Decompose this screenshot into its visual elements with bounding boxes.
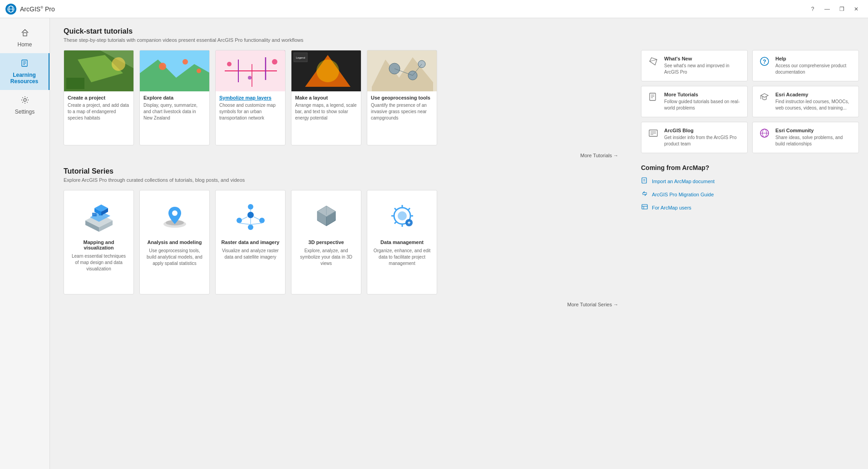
svg-point-50 [172,210,178,216]
tutorial-series-section: Tutorial Series Explore ArcGIS Pro throu… [64,167,618,307]
series-title-mapping: Mapping and visualization [69,239,128,250]
restore-button[interactable]: ❐ [835,3,848,15]
series-card-raster[interactable]: Raster data and imagery Visualize and an… [215,190,286,294]
arcmap-section: Coming from ArcMap? Import an ArcMap doc… [641,164,859,212]
help-icon: ? [758,56,771,69]
series-title-raster: Raster data and imagery [222,239,280,245]
resource-title-community: Esri Community [775,128,853,133]
resource-desc-blog: Get insider info from the ArcGIS Pro pro… [664,135,742,147]
card-body-5: Use geoprocessing tools Quantify the pre… [367,91,437,125]
svg-rect-43 [92,213,97,216]
3d-icon [308,198,345,234]
arcmap-link-users-label: For ArcMap users [652,205,691,210]
series-title: Tutorial Series [64,167,618,175]
card-image-5 [367,50,437,91]
quickstart-section: Quick-start tutorials These step-by-step… [64,27,618,158]
minimize-button[interactable]: — [821,3,833,15]
series-desc-3d: Explore, analyze, and symbolize your dat… [297,248,355,267]
series-card-management[interactable]: Data management Organize, enhance, and e… [367,190,437,294]
sidebar-item-settings[interactable]: Settings [0,90,49,120]
sidebar: Home Learning Resources Settings [0,18,50,469]
svg-rect-3 [23,33,27,36]
migration-icon [641,190,648,199]
resource-desc-esri-academy: Find instructor-led courses, MOOCs, web … [775,99,853,111]
svg-rect-99 [642,178,646,183]
tutorial-card-geoprocessing[interactable]: Use geoprocessing tools Quantify the pre… [367,50,437,145]
svg-rect-12 [66,78,84,89]
tutorial-card-layout[interactable]: Legend Make a layout Arrange maps, a leg… [291,50,361,145]
svg-line-58 [254,217,259,220]
right-panel: What's New See what's new and improved i… [632,18,868,469]
series-card-3d[interactable]: 3D perspective Explore, analyze, and sym… [291,190,361,294]
arcmap-link-migration[interactable]: ArcGIS Pro Migration Guide [641,190,859,199]
svg-point-18 [197,69,201,73]
svg-text:?: ? [763,59,766,65]
series-desc-management: Organize, enhance, and edit data to faci… [373,248,431,267]
svg-point-25 [248,76,252,80]
series-title-analysis: Analysis and modeling [148,239,202,245]
app-icon [5,4,16,15]
whats-new-icon [647,56,660,69]
esri-academy-icon [758,92,771,105]
more-tutorials-link[interactable]: More Tutorials → [64,153,618,158]
resource-title-esri-academy: Esri Academy [775,92,853,97]
resource-card-blog[interactable]: ArcGIS Blog Get insider info from the Ar… [641,122,748,153]
svg-rect-102 [642,205,647,209]
svg-point-53 [259,218,265,223]
sidebar-item-learning[interactable]: Learning Resources [0,53,49,90]
series-card-mapping[interactable]: Mapping and visualization Learn essentia… [64,190,134,294]
resource-content-whats-new: What's New See what's new and improved i… [664,56,742,75]
resource-card-more-tutorials[interactable]: More Tutorials Follow guided tutorials b… [641,86,748,117]
svg-marker-82 [650,58,657,65]
help-button[interactable]: ? [806,3,819,15]
series-subtitle: Explore ArcGIS Pro through curated colle… [64,177,618,183]
svg-rect-86 [650,93,656,100]
resource-content-esri-academy: Esri Academy Find instructor-led courses… [775,92,853,111]
learning-icon [20,59,29,70]
resource-card-community[interactable]: Esri Community Share ideas, solve proble… [752,122,859,153]
svg-point-8 [24,99,26,101]
card-desc-4: Arrange maps, a legend, scale bar, and t… [295,102,357,121]
content-area: Quick-start tutorials These step-by-step… [50,18,632,469]
card-body-4: Make a layout Arrange maps, a legend, sc… [291,91,361,125]
sidebar-item-home[interactable]: Home [0,23,49,53]
svg-point-55 [247,212,254,218]
arcmap-link-users[interactable]: For ArcMap users [641,203,859,212]
svg-line-78 [395,222,396,224]
card-image-2 [140,50,210,91]
series-cards-row: Mapping and visualization Learn essentia… [64,190,618,294]
series-desc-raster: Visualize and analyze raster data and sa… [221,248,280,260]
settings-icon [20,95,30,107]
svg-point-52 [237,218,242,223]
series-desc-mapping: Learn essential techniques of map design… [69,253,128,272]
tutorial-card-explore-data[interactable]: Explore data Display, query, summarize, … [139,50,210,145]
resource-card-esri-academy[interactable]: Esri Academy Find instructor-led courses… [752,86,859,117]
card-title-3[interactable]: Symbolize map layers [219,95,281,100]
resource-card-help[interactable]: ? Help Access our comprehensive product … [752,50,859,81]
svg-point-54 [248,225,253,230]
more-series-link[interactable]: More Tutorial Series → [64,302,618,307]
mapping-icon [81,198,117,234]
close-button[interactable]: ✕ [850,3,863,15]
svg-line-75 [395,208,396,210]
blog-icon [647,128,660,141]
resource-grid: What's New See what's new and improved i… [641,50,859,153]
resource-card-whats-new[interactable]: What's New See what's new and improved i… [641,50,748,81]
arcmap-link-import[interactable]: Import an ArcMap document [641,177,859,185]
series-title-management: Data management [380,239,424,245]
management-icon [384,198,420,234]
tutorial-card-symbolize[interactable]: Symbolize map layers Choose and customiz… [215,50,286,145]
titlebar-controls[interactable]: ? — ❐ ✕ [806,3,863,15]
svg-point-26 [272,59,277,65]
sidebar-label-home: Home [17,41,32,48]
card-desc-2: Display, query, summarize, and chart liv… [143,102,206,121]
main-layout: Home Learning Resources Settings [0,18,868,469]
svg-point-29 [316,60,339,82]
card-title-2: Explore data [143,95,206,100]
series-card-analysis[interactable]: Analysis and modeling Use geoprocessing … [139,190,210,294]
card-title-1: Create a project [68,95,130,100]
tutorial-card-create-project[interactable]: Create a project Create a project, and a… [64,50,134,145]
quickstart-subtitle: These step-by-step tutorials with compan… [64,37,618,43]
arcmap-link-import-label: Import an ArcMap document [652,179,715,184]
svg-point-17 [182,59,188,65]
